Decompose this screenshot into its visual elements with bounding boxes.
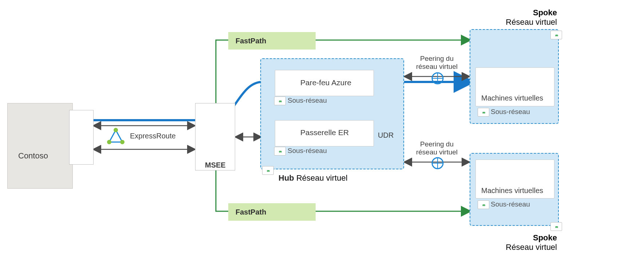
spoke-top-title: SpokeRéseau virtuel xyxy=(473,8,557,27)
firewall-subnet-label: Sous-réseau xyxy=(288,97,327,105)
vnet-chip-icon: ‹•› xyxy=(550,222,562,231)
spoke-bottom-vm-label: Machines virtuelles xyxy=(481,186,543,195)
onprem-router-panel xyxy=(69,110,94,165)
svg-point-18 xyxy=(107,140,111,144)
fastpath-badge-bottom: FastPath xyxy=(228,203,316,221)
onprem-box xyxy=(7,103,73,189)
peering-label-top: Peering duréseau virtuel xyxy=(408,55,466,71)
subnet-chip-icon: ‹•› xyxy=(274,97,286,105)
msee-panel xyxy=(195,103,235,170)
svg-point-19 xyxy=(120,140,125,144)
svg-point-30 xyxy=(432,73,443,84)
expressroute-label: ExpressRoute xyxy=(130,132,176,140)
fastpath-label: FastPath xyxy=(236,37,266,45)
udr-label: UDR xyxy=(378,131,394,140)
gateway-subnet-label: Sous-réseau xyxy=(288,147,327,155)
spoke-bottom-subnet-label: Sous-réseau xyxy=(491,200,530,208)
peering-label-bottom: Peering duréseau virtuel xyxy=(408,140,466,156)
spoke-top-subnet-label: Sous-réseau xyxy=(491,108,530,116)
gateway-label: Passerelle ER xyxy=(300,128,349,137)
msee-label: MSEE xyxy=(205,161,226,169)
subnet-chip-icon: ‹•› xyxy=(274,147,286,156)
svg-point-31 xyxy=(432,158,443,169)
hub-title: Hub Réseau virtuel xyxy=(278,173,348,183)
peering-globe-icon xyxy=(432,73,443,84)
spoke-bottom-title: SpokeRéseau virtuel xyxy=(473,233,557,252)
subnet-chip-icon: ‹•› xyxy=(478,200,489,209)
vnet-chip-icon: ‹•› xyxy=(550,31,562,39)
spoke-top-vm-label: Machines virtuelles xyxy=(481,94,543,102)
firewall-label: Pare-feu Azure xyxy=(300,78,351,87)
onprem-label: Contoso xyxy=(18,151,48,161)
peering-globe-icon xyxy=(432,158,443,169)
fastpath-badge-top: FastPath xyxy=(228,32,316,50)
diagram-canvas: Contoso ExpressRoute MSEE FastPath FastP… xyxy=(0,0,644,279)
fastpath-label: FastPath xyxy=(236,208,266,216)
expressroute-icon xyxy=(107,128,125,144)
subnet-chip-icon: ‹•› xyxy=(478,108,489,117)
vnet-chip-icon: ‹•› xyxy=(262,166,274,175)
svg-point-17 xyxy=(114,128,118,132)
